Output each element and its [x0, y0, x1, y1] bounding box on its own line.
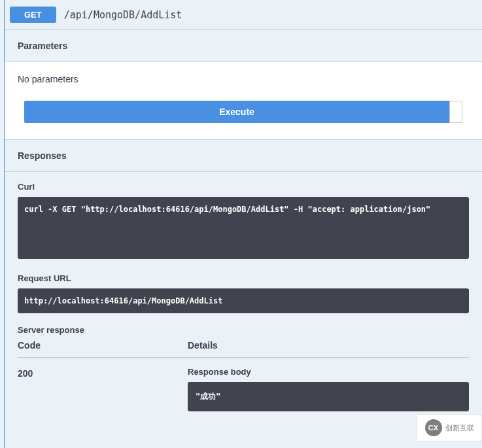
- watermark-text: 创新互联: [445, 424, 474, 432]
- status-code: 200: [18, 367, 188, 411]
- responses-header: Responses: [5, 139, 482, 172]
- parameters-body: No parameters: [5, 62, 482, 101]
- watermark: CX 创新互联: [417, 414, 482, 441]
- response-table-header: Code Details: [18, 340, 469, 358]
- operation-header[interactable]: GET /api/MongoDB/AddList: [5, 0, 482, 29]
- response-body-label: Response body: [188, 367, 469, 377]
- curl-command-block[interactable]: curl -X GET "http://localhost:64616/api/…: [18, 197, 469, 259]
- server-response-label: Server response: [18, 325, 469, 335]
- execute-button[interactable]: Execute: [24, 101, 449, 123]
- responses-body: Curl curl -X GET "http://localhost:64616…: [5, 172, 482, 421]
- watermark-logo-icon: CX: [425, 419, 442, 436]
- response-details: Response body "成功": [188, 367, 469, 411]
- responses-title: Responses: [18, 150, 67, 161]
- execute-row: Execute: [5, 101, 482, 139]
- endpoint-path: /api/MongoDB/AddList: [64, 9, 182, 21]
- curl-label: Curl: [18, 182, 469, 192]
- column-details-header: Details: [188, 340, 469, 351]
- response-row: 200 Response body "成功": [18, 367, 469, 411]
- no-parameters-text: No parameters: [18, 74, 469, 84]
- request-url-block[interactable]: http://localhost:64616/api/MongoDB/AddLi…: [18, 288, 469, 313]
- clear-button[interactable]: [449, 101, 462, 123]
- response-body-block[interactable]: "成功": [188, 382, 469, 411]
- api-operation-panel: GET /api/MongoDB/AddList Parameters No p…: [4, 0, 482, 448]
- parameters-header: Parameters: [5, 29, 482, 62]
- column-code-header: Code: [18, 340, 188, 351]
- parameters-title: Parameters: [18, 41, 67, 51]
- request-url-label: Request URL: [18, 273, 469, 283]
- http-method-badge: GET: [10, 7, 56, 23]
